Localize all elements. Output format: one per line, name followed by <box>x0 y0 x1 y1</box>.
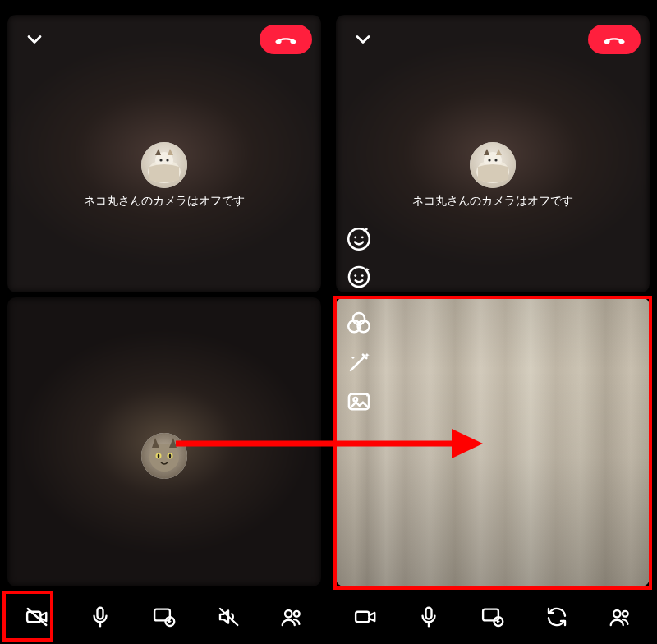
screenshare-icon[interactable] <box>141 594 187 640</box>
chevron-down-icon[interactable] <box>351 28 374 51</box>
right-screenshot: ネコ丸さんのカメラはオフです <box>328 0 657 644</box>
svg-point-27 <box>354 236 356 238</box>
camera-off-status: ネコ丸さんのカメラはオフです <box>7 194 321 209</box>
svg-rect-39 <box>426 608 432 619</box>
left-screenshot: ネコ丸さんのカメラはオフです <box>0 0 328 644</box>
face-effect-icon[interactable] <box>345 263 373 291</box>
camera-off-status: ネコ丸さんのカメラはオフです <box>336 194 650 209</box>
svg-point-31 <box>361 274 364 277</box>
switch-camera-icon[interactable] <box>534 594 580 640</box>
svg-point-37 <box>353 398 357 402</box>
avatar <box>470 142 516 188</box>
camera-off-icon[interactable] <box>14 594 60 640</box>
call-toolbar <box>328 590 657 644</box>
svg-point-3 <box>159 159 162 161</box>
svg-point-30 <box>354 274 356 277</box>
svg-point-6 <box>149 444 179 472</box>
wand-icon[interactable] <box>345 348 373 376</box>
filter-icon[interactable] <box>345 309 373 337</box>
mic-icon[interactable] <box>77 594 123 640</box>
svg-point-25 <box>494 159 497 161</box>
svg-point-45 <box>623 611 628 617</box>
svg-rect-13 <box>98 608 103 619</box>
svg-rect-38 <box>356 612 369 623</box>
remote-participant-tile: ネコ丸さんのカメラはオフです <box>7 15 321 292</box>
hangup-button[interactable] <box>588 25 641 54</box>
svg-point-19 <box>285 610 292 618</box>
svg-point-35 <box>352 356 355 359</box>
camera-live-view <box>336 297 650 586</box>
svg-point-24 <box>488 159 490 161</box>
hangup-button[interactable] <box>260 25 312 54</box>
svg-point-9 <box>158 453 160 458</box>
screenshare-icon[interactable] <box>470 594 516 640</box>
chevron-down-icon[interactable] <box>23 28 46 51</box>
svg-point-26 <box>348 228 370 250</box>
remote-participant-tile: ネコ丸さんのカメラはオフです <box>336 15 650 292</box>
participants-icon[interactable] <box>597 594 643 640</box>
avatar <box>141 433 187 479</box>
svg-point-44 <box>613 610 621 618</box>
mic-icon[interactable] <box>406 594 452 640</box>
self-view-tile <box>7 297 321 586</box>
participants-icon[interactable] <box>269 594 315 640</box>
self-view-tile-active <box>336 297 650 586</box>
avatar <box>141 142 187 188</box>
background-image-icon[interactable] <box>345 388 373 416</box>
avatar-effect-icon[interactable] <box>345 225 373 253</box>
svg-point-10 <box>169 453 172 458</box>
svg-point-20 <box>294 611 300 617</box>
camera-icon[interactable] <box>342 594 388 640</box>
svg-point-4 <box>166 159 168 161</box>
call-toolbar <box>0 590 328 644</box>
svg-point-28 <box>361 236 364 238</box>
speaker-off-icon[interactable] <box>205 594 251 640</box>
